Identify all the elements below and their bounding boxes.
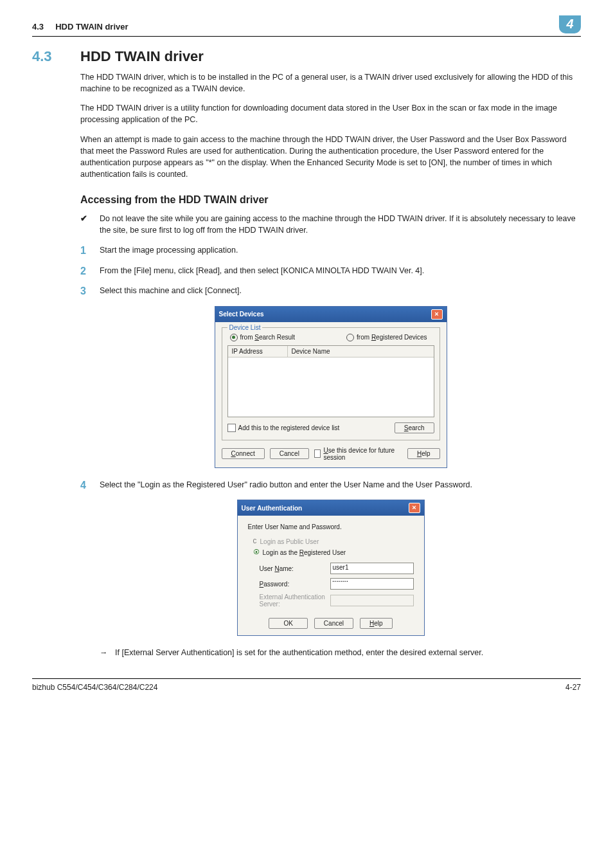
header-text: 4.3 HDD TWAIN driver xyxy=(32,22,559,32)
dialog-bottom-row: Connect Cancel Use this device for futur… xyxy=(222,447,440,461)
section-heading: 4.3 HDD TWAIN driver xyxy=(32,48,581,65)
step-1: 1 Start the image processing application… xyxy=(80,245,581,257)
step-2: 2 From the [File] menu, click [Read], an… xyxy=(80,266,581,277)
substep-text: If [External Server Authentication] is s… xyxy=(115,647,483,659)
checkbox-icon xyxy=(227,424,236,432)
section-title: HDD TWAIN driver xyxy=(80,48,204,65)
screenshot-user-auth: User Authentication × Enter User Name an… xyxy=(80,500,581,636)
radio-icon: C xyxy=(253,538,257,545)
footer-right: 4-27 xyxy=(565,683,581,692)
step-3-text: Select this machine and click [Connect]. xyxy=(100,285,242,297)
page: 4.3 HDD TWAIN driver 4 4.3 HDD TWAIN dri… xyxy=(0,0,613,842)
checkbox-add-registered[interactable]: Add this to the registered device list xyxy=(227,424,340,432)
radio-registered-user[interactable]: ⦿ Login as the Registered User xyxy=(253,548,414,556)
auth-instruction: Enter User Name and Password. xyxy=(248,523,414,530)
ext-server-label: External Authentication Server: xyxy=(260,593,330,608)
radio-icon xyxy=(346,334,354,341)
password-input[interactable]: •••••••• xyxy=(330,578,414,590)
search-button[interactable]: Search xyxy=(395,422,434,433)
connect-button[interactable]: Connect xyxy=(222,448,265,459)
step-2-text: From the [File] menu, click [Read], and … xyxy=(100,266,424,277)
footer-left: bizhub C554/C454/C364/C284/C224 xyxy=(32,683,157,692)
help-button[interactable]: Help xyxy=(407,448,440,459)
radio-icon xyxy=(230,334,238,341)
radio-public-user: C Login as Public User xyxy=(253,538,414,545)
ok-button[interactable]: OK xyxy=(269,618,307,629)
subheading-accessing: Accessing from the HDD TWAIN driver xyxy=(80,194,581,206)
paragraph-2: The HDD TWAIN driver is a utility functi… xyxy=(80,102,581,125)
dialog-title-text: Select Devices xyxy=(219,311,264,318)
checkmark-icon: ✔ xyxy=(80,213,100,236)
user-auth-dialog: User Authentication × Enter User Name an… xyxy=(237,500,425,636)
paragraphs-3: When an attempt is made to gain access t… xyxy=(80,134,581,181)
select-devices-dialog: Select Devices × Device List from Search… xyxy=(215,306,447,468)
page-footer: bizhub C554/C454/C364/C284/C224 4-27 xyxy=(32,678,581,692)
step-3: 3 Select this machine and click [Connect… xyxy=(80,285,581,297)
checkbox-future-session[interactable]: Use this device for future session xyxy=(314,447,397,461)
cancel-button[interactable]: Cancel xyxy=(314,618,353,629)
list-header: IP Address Device Name xyxy=(228,346,434,357)
step-1-text: Start the image processing application. xyxy=(100,245,238,257)
radio-icon: ⦿ xyxy=(253,548,260,556)
prerequisite-note: ✔ Do not leave the site while you are ga… xyxy=(80,213,581,236)
step-4-substep: → If [External Server Authentication] is… xyxy=(80,647,581,659)
arrow-icon: → xyxy=(100,647,115,659)
radio-public-label: Login as Public User xyxy=(260,538,319,545)
close-icon[interactable]: × xyxy=(409,503,420,513)
cancel-button[interactable]: Cancel xyxy=(270,448,309,459)
body-column: The HDD TWAIN driver, which is to be ins… xyxy=(80,71,581,659)
dialog-title-text: User Authentication xyxy=(242,505,303,512)
username-row: User Name: user1 xyxy=(260,563,414,574)
header-driver-name: HDD TWAIN driver xyxy=(55,22,128,32)
dialog-body: Device List from Search Result from Regi… xyxy=(215,322,447,467)
running-header: 4.3 HDD TWAIN driver 4 xyxy=(32,19,581,37)
step-number: 1 xyxy=(80,245,100,257)
chk-add-label: Add this to the registered device list xyxy=(238,424,340,431)
step-4: 4 Select the "Login as the Registered Us… xyxy=(80,480,581,491)
col-ip: IP Address xyxy=(228,346,288,357)
prerequisite-text: Do not leave the site while you are gain… xyxy=(100,213,581,236)
device-listbox[interactable]: IP Address Device Name xyxy=(227,345,434,417)
step-number: 4 xyxy=(80,480,100,491)
step-number: 2 xyxy=(80,266,100,277)
auth-radio-group: C Login as Public User ⦿ Login as the Re… xyxy=(253,538,414,556)
device-list-fieldset: Device List from Search Result from Regi… xyxy=(222,327,440,440)
fieldset-legend: Device List xyxy=(227,324,263,331)
step-4-text: Select the "Login as the Registered User… xyxy=(100,480,472,491)
source-radio-row: from Search Result from Registered Devic… xyxy=(227,334,434,341)
password-row: Password: •••••••• xyxy=(260,578,414,590)
auth-buttons: OK Cancel Help xyxy=(248,618,414,629)
paragraph-1: The HDD TWAIN driver, which is to be ins… xyxy=(80,71,581,95)
dialog-titlebar: Select Devices × xyxy=(215,307,447,322)
col-name: Device Name xyxy=(288,346,434,357)
chapter-badge: 4 xyxy=(559,15,581,33)
section-number: 4.3 xyxy=(32,48,80,65)
help-button[interactable]: Help xyxy=(360,618,393,629)
close-icon[interactable]: × xyxy=(431,309,443,320)
username-input[interactable]: user1 xyxy=(330,563,414,574)
ext-server-row: External Authentication Server: xyxy=(260,593,414,608)
add-row: Add this to the registered device list S… xyxy=(227,422,434,433)
dialog-body: Enter User Name and Password. C Login as… xyxy=(238,516,424,635)
radio-from-registered[interactable]: from Registered Devices xyxy=(346,334,427,341)
dialog-titlebar: User Authentication × xyxy=(238,500,424,516)
checkbox-icon xyxy=(314,449,321,458)
radio-from-search[interactable]: from Search Result xyxy=(230,334,296,341)
screenshot-select-devices: Select Devices × Device List from Search… xyxy=(80,306,581,468)
step-number: 3 xyxy=(80,285,100,297)
header-section-num: 4.3 xyxy=(32,22,44,32)
ext-server-input xyxy=(330,595,414,606)
